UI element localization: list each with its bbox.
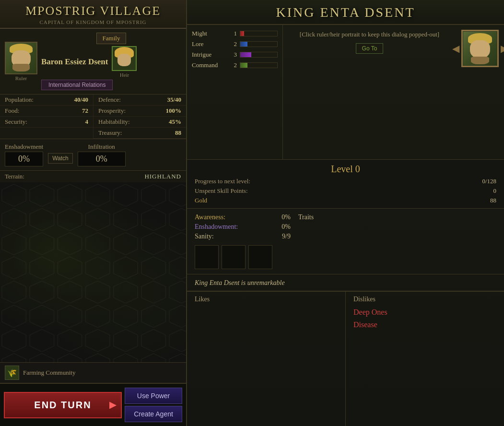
farming-row: 🌾 Farming Community: [0, 362, 186, 383]
lore-label: Lore: [192, 40, 225, 48]
map-area: [0, 182, 186, 362]
awareness-label: Awareness:: [195, 213, 225, 221]
progress-value: 0/128: [482, 178, 496, 185]
intrigue-row: Intrigue 3: [192, 51, 278, 59]
habitability-label: Habitability:: [98, 118, 130, 126]
heir-label: Heir: [120, 72, 129, 78]
portrait-prev-arrow[interactable]: ◀: [450, 41, 461, 56]
command-label: Command: [192, 61, 225, 69]
popup-hint: [Click ruler/heir portrait to keep this …: [290, 30, 449, 39]
left-panel: Mpostrig Village Capital of Kingdom of M…: [0, 0, 187, 426]
sanity-row: Sanity: 9/9: [195, 233, 291, 240]
action-buttons: Use Power Create Agent: [125, 388, 182, 422]
tab-family[interactable]: Family: [96, 33, 127, 44]
use-power-button[interactable]: Use Power: [125, 388, 182, 404]
portrait-nav: ◀ ▶: [450, 30, 504, 67]
population-value: 40/40: [74, 96, 88, 104]
prosperity-label: Prosperity:: [98, 107, 126, 115]
treasury-value: 88: [175, 129, 181, 137]
unspent-row: Unspent Skill Points: 0: [195, 187, 496, 195]
enshadow-attr-value: 0%: [281, 223, 291, 231]
heir-wrap: Heir: [112, 46, 137, 78]
food-label: Food:: [5, 107, 19, 115]
security-row: Security: 4: [0, 117, 93, 128]
level-title: Level 0: [195, 164, 496, 175]
traits-title: Traits: [298, 213, 496, 221]
baron-name: Baron Essiez Dsent: [41, 57, 108, 67]
unspent-label: Unspent Skill Points:: [195, 187, 248, 195]
heir-portrait[interactable]: [112, 46, 137, 71]
intrigue-bar-fill: [240, 52, 251, 57]
ruler-name-section: Baron Essiez Dsent Heir: [41, 46, 181, 78]
end-turn-arrow-icon: ▶: [109, 400, 117, 410]
intrigue-value: 3: [228, 51, 237, 59]
intrigue-bar: [240, 52, 278, 58]
trait-slot-2: [222, 245, 246, 269]
terrain-value: HIGHLAND: [144, 173, 181, 180]
ruler-portrait[interactable]: [5, 42, 37, 74]
enshadow-box: Enshadowment 0%: [5, 143, 43, 166]
level-section: Level 0 Progress to next level: 0/128 Un…: [187, 159, 504, 209]
village-title-section: Mpostrig Village Capital of Kingdom of M…: [0, 0, 186, 29]
king-portrait-frame[interactable]: [461, 30, 499, 67]
portrait-next-arrow[interactable]: ▶: [499, 41, 504, 56]
habitability-row: Habitability: 45%: [93, 117, 186, 128]
lore-value: 2: [228, 40, 237, 48]
awareness-value: 0%: [281, 213, 291, 221]
end-turn-button[interactable]: End Turn ▶: [4, 392, 122, 418]
attributes-section: Awareness: 0% Enshadowment: 0% Sanity: 9…: [187, 209, 504, 274]
treasury-row: Treasury: 88: [93, 128, 186, 139]
king-portrait-col: ◀ ▶: [456, 25, 504, 159]
food-value: 72: [82, 107, 88, 115]
goto-button[interactable]: Go To: [356, 43, 384, 54]
prosperity-value: 100%: [166, 107, 182, 115]
enshadow-title: Enshadowment: [5, 143, 43, 151]
progress-row: Progress to next level: 0/128: [195, 178, 496, 185]
trait-slots: [195, 245, 291, 269]
unspent-value: 0: [493, 187, 497, 195]
likes-title: Likes: [195, 296, 338, 303]
treasury-label: Treasury:: [98, 129, 122, 137]
defence-row: Defence: 35/40: [93, 95, 186, 106]
command-bar-fill: [240, 63, 247, 68]
village-subtitle: Capital of Kingdom of Mpostrig: [6, 19, 180, 25]
level-details: Progress to next level: 0/128 Unspent Sk…: [195, 178, 496, 204]
might-bar: [240, 31, 278, 36]
likes-col: Likes: [187, 292, 346, 426]
infiltration-title: Infiltration: [88, 143, 115, 151]
food-row: Food: 72: [0, 106, 93, 117]
international-relations-button[interactable]: International Relations: [41, 80, 113, 90]
trait-slot-1: [195, 245, 219, 269]
ruler-label: Ruler: [15, 75, 27, 81]
king-info-col: [Click ruler/heir portrait to keep this …: [283, 25, 456, 159]
lore-bar: [240, 41, 278, 47]
dislikes-title: Dislikes: [353, 296, 496, 303]
might-label: Might: [192, 30, 225, 37]
ruler-section: Ruler Family Baron Essiez Dsent Heir: [0, 29, 186, 94]
farming-label: Farming Community: [23, 369, 75, 377]
command-value: 2: [228, 61, 237, 69]
stats-grid: Population: 40/40 Food: 72 Security: 4 D…: [0, 94, 186, 139]
king-header: King Enta Dsent: [187, 0, 504, 25]
habitability-value: 45%: [169, 118, 181, 126]
dislike-item-2: Disease: [353, 319, 496, 331]
watch-button[interactable]: Watch: [48, 153, 73, 164]
create-agent-button[interactable]: Create Agent: [125, 406, 182, 422]
svg-rect-1: [0, 182, 186, 362]
population-row: Population: 40/40: [0, 95, 93, 106]
might-bar-fill: [240, 31, 244, 36]
traits-col: Traits: [298, 213, 496, 269]
ruler-info: Family Baron Essiez Dsent Heir Internati…: [41, 33, 181, 90]
lore-bar-fill: [240, 42, 247, 47]
security-value: 4: [85, 118, 89, 126]
lore-row: Lore 2: [192, 40, 278, 48]
sanity-label: Sanity:: [195, 233, 214, 240]
terrain-row: Terrain: HIGHLAND: [0, 170, 186, 182]
sanity-value: 9/9: [282, 233, 291, 240]
king-stats-col: Might 1 Lore 2 Intrigue 3: [187, 25, 283, 159]
prosperity-row: Prosperity: 100%: [93, 106, 186, 117]
likes-dislikes: Likes Dislikes Deep Ones Disease: [187, 291, 504, 426]
defence-label: Defence:: [98, 96, 121, 104]
description-text: King Enta Dsent is unremarkable: [195, 279, 285, 286]
king-title: King Enta Dsent: [195, 5, 496, 20]
